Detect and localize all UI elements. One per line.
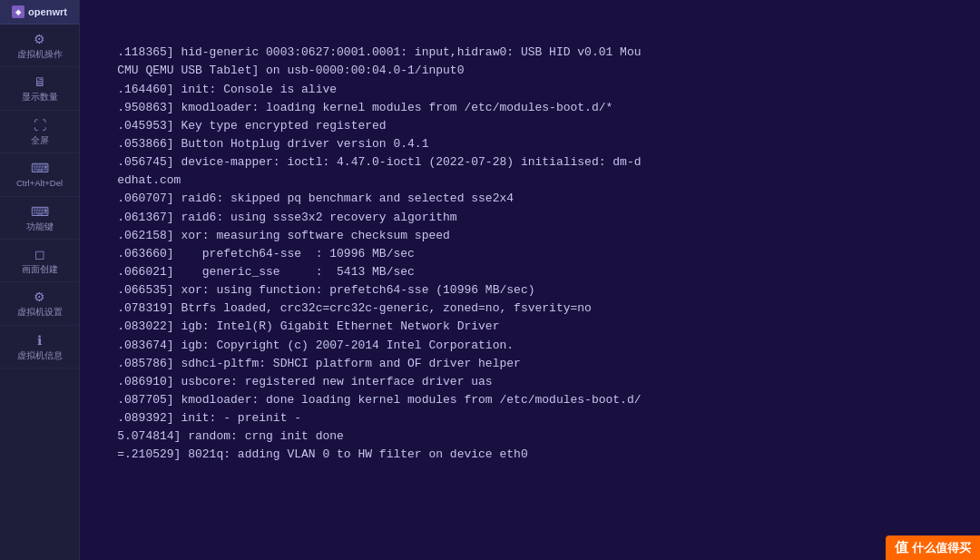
sidebar-item-ctrl-alt-del-label: Ctrl+Alt+Del xyxy=(16,178,63,188)
terminal-line: .089392] init: - preinit - xyxy=(89,409,971,427)
sidebar-item-ctrl-alt-del[interactable]: ⌨ Ctrl+Alt+Del xyxy=(0,153,79,196)
terminal-line: 5.074814] random: crng init done xyxy=(89,427,971,446)
sidebar-item-display-qty-label: 显示数量 xyxy=(22,92,58,102)
terminal-line: .060707] raid6: skipped pq benchmark and… xyxy=(89,190,971,208)
virtual-ops-icon: ⚙ xyxy=(34,32,45,46)
terminal-line: =.210529] 8021q: adding VLAN 0 to HW fil… xyxy=(89,446,971,464)
terminal-line: .062158] xor: measuring software checksu… xyxy=(89,227,971,245)
fullscreen-icon: ⛶ xyxy=(34,118,46,133)
terminal-line: .056745] device-mapper: ioctl: 4.47.0-io… xyxy=(89,153,971,172)
watermark-text: 什么值得买 xyxy=(912,540,971,556)
functions-icon: ⌨ xyxy=(31,204,49,219)
sidebar-item-virtual-ops[interactable]: ⚙ 虚拟机操作 xyxy=(0,25,79,67)
display-qty-icon: 🖥 xyxy=(34,74,46,89)
sidebar-item-fullscreen[interactable]: ⛶ 全屏 xyxy=(0,111,79,153)
sidebar-logo-label: openwrt xyxy=(28,6,67,17)
terminal-line: .086910] usbcore: registered new interfa… xyxy=(89,373,971,391)
terminal-line: .087705] kmodloader: done loading kernel… xyxy=(89,391,971,409)
ctrl-alt-del-icon: ⌨ xyxy=(31,161,49,175)
sidebar-item-functions[interactable]: ⌨ 功能键 xyxy=(0,197,79,240)
terminal-output[interactable]: .118365] hid-generic 0003:0627:0001.0001… xyxy=(80,0,980,560)
sidebar: ◈ openwrt ⚙ 虚拟机操作 🖥 显示数量 ⛶ 全屏 ⌨ Ctrl+Alt… xyxy=(0,0,80,560)
sidebar-item-display-qty[interactable]: 🖥 显示数量 xyxy=(0,67,79,110)
terminal-line: .053866] Button Hotplug driver version 0… xyxy=(89,135,971,153)
watermark: 值 什么值得买 xyxy=(886,535,980,560)
terminal-line: .061367] raid6: using ssse3x2 recovery a… xyxy=(89,209,971,227)
terminal-line: .083674] igb: Copyright (c) 2007-2014 In… xyxy=(89,337,971,355)
terminal-line: CMU QEMU USB Tablet] on usb-0000:00:04.0… xyxy=(89,62,971,80)
sidebar-item-functions-label: 功能键 xyxy=(26,221,54,231)
terminal-line: edhat.com xyxy=(89,172,971,190)
sidebar-item-fullscreen-label: 全屏 xyxy=(31,135,49,145)
sidebar-item-virtual-ops-label: 虚拟机操作 xyxy=(17,49,63,59)
terminal-line: .085786] sdhci-pltfm: SDHCI platform and… xyxy=(89,355,971,373)
terminal-line: .083022] igb: Intel(R) Gigabit Ethernet … xyxy=(89,318,971,336)
watermark-icon: 值 xyxy=(895,539,908,556)
terminal-line: .164460] init: Console is alive xyxy=(89,81,971,99)
terminal-line: .950863] kmodloader: loading kernel modu… xyxy=(89,99,971,117)
terminal-line: .066535] xor: using function: prefetch64… xyxy=(89,281,971,300)
sidebar-item-vm-info-label: 虚拟机信息 xyxy=(17,350,63,360)
main-area: .118365] hid-generic 0003:0627:0001.0001… xyxy=(80,0,980,560)
sidebar-logo: ◈ openwrt xyxy=(0,0,79,25)
terminal-line: .078319] Btrfs loaded, crc32c=crc32c-gen… xyxy=(89,300,971,318)
terminal-line: .063660] prefetch64-sse : 10996 MB/sec xyxy=(89,245,971,263)
terminal-line: .066021] generic_sse : 5413 MB/sec xyxy=(89,263,971,281)
openwrt-logo-icon: ◈ xyxy=(12,5,24,18)
vm-info-icon: ℹ xyxy=(37,333,42,348)
terminal-line: .045953] Key type encrypted registered xyxy=(89,117,971,135)
virtual-settings-icon: ⚙ xyxy=(34,290,45,304)
terminal-line: .118365] hid-generic 0003:0627:0001.0001… xyxy=(89,44,971,62)
sidebar-item-screenshot[interactable]: ◻ 画面创建 xyxy=(0,240,79,282)
sidebar-item-screenshot-label: 画面创建 xyxy=(22,264,58,274)
sidebar-item-vm-info[interactable]: ℹ 虚拟机信息 xyxy=(0,326,79,368)
sidebar-item-virtual-settings-label: 虚拟机设置 xyxy=(17,307,63,317)
sidebar-item-virtual-settings[interactable]: ⚙ 虚拟机设置 xyxy=(0,282,79,325)
screenshot-icon: ◻ xyxy=(34,247,45,261)
